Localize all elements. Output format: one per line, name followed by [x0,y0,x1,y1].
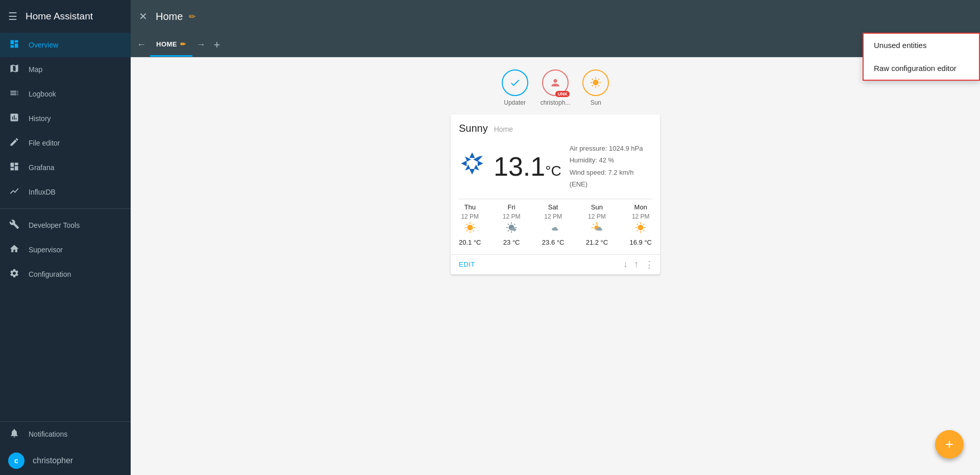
forecast-sat-temp: 23.6 °C [542,239,565,246]
history-icon [8,112,20,125]
forecast-sun: Sun 12 PM 21.2 °C [586,203,608,246]
tab-add-button[interactable]: + [210,36,225,54]
forecast-mon-temp: 16.9 °C [629,239,652,246]
tabbar: ← HOME ✏ → + [131,33,980,57]
weather-temperature: 13.1 [494,152,545,181]
updater-circle [502,69,528,96]
tab-edit-icon[interactable]: ✏ [180,40,186,48]
entity-icons-row: Updater UNK christoph... Sun [502,69,609,106]
forecast-sun-time: 12 PM [588,213,606,220]
air-pressure: Air pressure: 1024.9 hPa [570,142,652,154]
page-title: Home [156,11,183,22]
user-avatar: c [8,453,24,469]
sidebar-item-grafana-label: Grafana [29,163,55,172]
user-item[interactable]: c christopher [0,446,131,475]
forecast-fri-icon [506,222,517,236]
christopher-circle: UNK [542,69,569,96]
title-edit-icon[interactable]: ✏ [189,12,195,21]
file-editor-icon [8,137,20,150]
app-title: Home Assistant [26,11,93,22]
forecast-mon: Mon 12 PM 16.9 °C [629,203,652,246]
sidebar-bottom: Notifications c christopher [0,421,131,475]
grafana-icon [8,161,20,174]
sidebar-item-supervisor[interactable]: Supervisor [0,238,131,262]
forecast-sun-temp: 21.2 °C [586,239,608,246]
dropdown-raw-config[interactable]: Raw configuration editor [864,57,979,80]
sidebar-item-overview[interactable]: Overview [0,33,131,57]
sidebar-item-history-label: History [29,114,51,123]
entity-christopher[interactable]: UNK christoph... [541,69,571,106]
dropdown-unused-entities[interactable]: Unused entities [864,34,979,57]
tab-home-label: HOME [156,40,177,48]
username-label: christopher [33,456,73,465]
sidebar-item-influxdb-label: InfluxDB [29,188,56,196]
weather-location: Home [494,125,513,133]
weather-main: 13.1°C Air pressure: 1024.9 hPa Humidity… [459,142,652,191]
weather-icon-large [459,150,485,183]
sidebar-item-developer-tools[interactable]: Developer Tools [0,213,131,238]
sun-label: Sun [591,99,601,106]
menu-icon[interactable]: ☰ [8,10,17,22]
supervisor-icon [8,244,20,256]
forecast-fri-day: Fri [508,203,516,211]
sidebar-item-history[interactable]: History [0,106,131,131]
weather-unit: °C [545,163,561,179]
forecast-mon-time: 12 PM [632,213,650,220]
topbar: ✕ Home ✏ [131,0,980,33]
sidebar-item-influxdb[interactable]: InfluxDB [0,180,131,204]
fab-add-button[interactable]: + [935,430,964,459]
dropdown-menu: Unused entities Raw configuration editor [863,33,980,81]
sidebar-item-file-editor[interactable]: File editor [0,131,131,155]
tab-back-arrow[interactable]: ← [135,37,148,52]
sidebar: ☰ Home Assistant Overview Map Logbook [0,0,131,475]
sun-circle [582,69,609,96]
forecast-sun-icon [591,222,602,236]
forecast-sat-time: 12 PM [544,213,562,220]
close-button[interactable]: ✕ [139,10,148,22]
sidebar-divider-1 [0,208,131,209]
wind-speed: Wind speed: 7.2 km/h (ENE) [570,167,652,191]
forecast-mon-icon [635,222,646,236]
forecast-sun-day: Sun [591,203,603,211]
more-options-button[interactable]: ⋮ [643,257,656,272]
forecast-thu-icon [464,222,476,236]
tab-forward-arrow[interactable]: → [194,37,208,52]
forecast-fri-time: 12 PM [503,213,521,220]
weather-details: Air pressure: 1024.9 hPa Humidity: 42 % … [570,142,652,191]
logbook-icon [8,88,20,101]
sidebar-item-logbook-label: Logbook [29,90,56,98]
forecast-thu: Thu 12 PM 20.1 °C [459,203,481,246]
forecast-sat-day: Sat [548,203,558,211]
card-edit-button[interactable]: EDIT [459,260,475,268]
move-down-button[interactable]: ↓ [621,257,630,272]
sidebar-item-configuration[interactable]: Configuration [0,262,131,287]
updater-label: Updater [504,99,526,106]
forecast-mon-day: Mon [634,203,647,211]
forecast-thu-time: 12 PM [461,213,479,220]
forecast-thu-temp: 20.1 °C [459,239,481,246]
sidebar-item-map-label: Map [29,65,42,74]
card-actions: ↓ ↑ ⋮ [621,257,656,272]
sidebar-nav: Overview Map Logbook History [0,33,131,421]
sidebar-item-notifications[interactable]: Notifications [0,422,131,446]
overview-icon [8,39,20,52]
forecast-fri: Fri 12 PM 23 °C [503,203,521,246]
forecast-fri-temp: 23 °C [503,239,520,246]
notifications-icon [8,428,20,441]
forecast-sat-icon [548,222,559,236]
humidity: Humidity: 42 % [570,154,652,166]
sidebar-header: ☰ Home Assistant [0,0,131,33]
weather-card: Sunny Home 13.1°C Air pressure: 1024 [451,114,660,274]
sidebar-item-overview-label: Overview [29,41,58,49]
move-up-button[interactable]: ↑ [632,257,641,272]
sidebar-item-logbook[interactable]: Logbook [0,82,131,106]
sidebar-item-map[interactable]: Map [0,57,131,82]
weather-header: Sunny Home [459,123,652,134]
entity-updater[interactable]: Updater [502,69,528,106]
sidebar-item-grafana[interactable]: Grafana [0,155,131,180]
tab-home[interactable]: HOME ✏ [150,33,192,57]
map-icon [8,63,20,76]
sidebar-item-developer-tools-label: Developer Tools [29,221,80,229]
entity-sun[interactable]: Sun [582,69,609,106]
main-content: ✕ Home ✏ ← HOME ✏ → + Updater [131,0,980,475]
